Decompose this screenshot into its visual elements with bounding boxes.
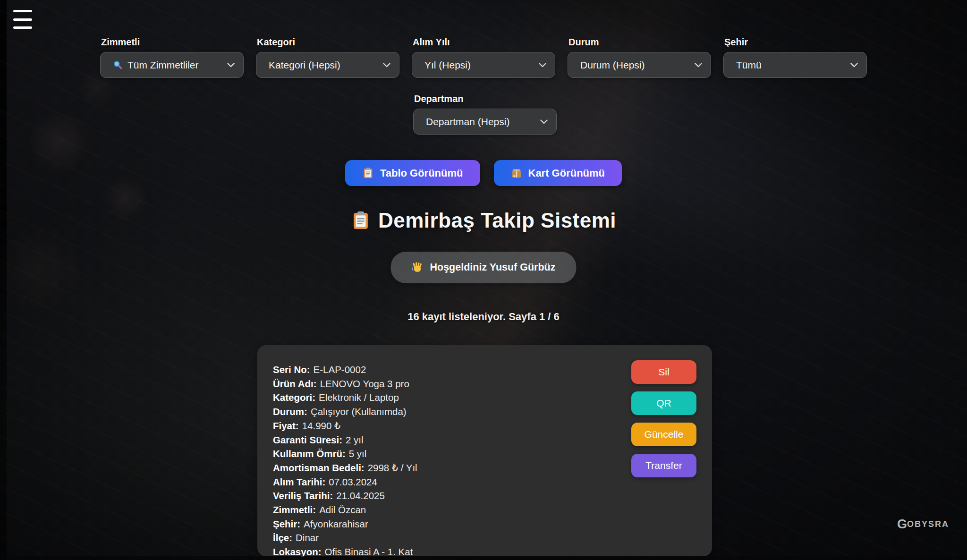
- select-value: Tümü: [736, 59, 762, 71]
- filter-kategori: Kategori Kategori (Hepsi): [256, 37, 399, 78]
- chevron-down-icon: [850, 63, 858, 68]
- filter-label: Şehir: [724, 37, 867, 48]
- field-garanti-suresi: Garanti Süresi:2 yıl: [273, 433, 417, 447]
- filter-select-alim-yili[interactable]: Yıl (Hepsi): [412, 52, 555, 78]
- select-value: Kategori (Hepsi): [269, 59, 340, 71]
- record-count: 16 kayıt listeleniyor. Sayfa 1 / 6: [0, 311, 967, 323]
- qr-button[interactable]: QR: [631, 391, 696, 415]
- delete-button[interactable]: Sil: [631, 360, 696, 384]
- welcome-banner: Hoşgeldiniz Yusuf Gürbüz: [391, 252, 577, 283]
- watermark-text: OBYSRA: [907, 519, 949, 529]
- update-button[interactable]: Güncelle: [631, 423, 696, 446]
- filter-sehir: Şehir Tümü: [723, 37, 867, 78]
- filter-label: Durum: [568, 37, 711, 48]
- field-verilis-tarihi: Veriliş Tarihi:21.04.2025: [273, 489, 417, 503]
- table-view-button[interactable]: Tablo Görünümü: [345, 160, 480, 186]
- field-kategori: Kategori:Elektronik / Laptop: [273, 390, 417, 405]
- page-title: Demirbaş Takip Sistemi: [0, 209, 967, 232]
- hamburger-bar: [13, 26, 32, 29]
- field-seri-no: Seri No:E-LAP-0002: [273, 363, 417, 377]
- select-value-text: Tüm Zimmetliler: [127, 59, 199, 71]
- filter-select-sehir[interactable]: Tümü: [723, 52, 867, 78]
- hamburger-bar: [13, 10, 32, 12]
- package-icon: [511, 168, 522, 179]
- watermark-logo-letter: G: [897, 517, 907, 532]
- filters-row-1: Zimmetli Tüm Zimmetliler Kategori Kate: [100, 37, 867, 78]
- field-sehir: Şehir:Afyonkarahisar: [273, 517, 417, 531]
- obysra-watermark: GOBYSRA: [897, 517, 949, 532]
- filter-select-departman[interactable]: Departman (Hepsi): [413, 109, 557, 135]
- filter-departman: Departman Departman (Hepsi): [413, 93, 557, 135]
- filters-row-2: Departman Departman (Hepsi): [413, 93, 557, 135]
- select-value: Departman (Hepsi): [426, 116, 509, 127]
- field-amortisman-bedeli: Amortisman Bedeli:2998 ₺ / Yıl: [273, 461, 417, 475]
- select-value: Durum (Hepsi): [580, 59, 645, 71]
- card-view-button[interactable]: Kart Görünümü: [494, 160, 622, 186]
- filter-alim-yili: Alım Yılı Yıl (Hepsi): [412, 37, 555, 78]
- select-value: Tüm Zimmetliler: [113, 59, 199, 71]
- filter-durum: Durum Durum (Hepsi): [568, 37, 711, 78]
- app-root: Zimmetli Tüm Zimmetliler Kategori Kate: [0, 0, 967, 560]
- chevron-down-icon: [227, 63, 235, 68]
- select-value-text: Yıl (Hepsi): [424, 59, 471, 71]
- hamburger-menu-button[interactable]: [13, 10, 33, 29]
- field-zimmetli: Zimmetli:Adil Özcan: [273, 503, 417, 517]
- filter-zimmetli: Zimmetli Tüm Zimmetliler: [100, 37, 244, 78]
- card-view-label: Kart Görünümü: [528, 167, 605, 179]
- field-alim-tarihi: Alım Tarihi:07.03.2024: [273, 475, 417, 489]
- field-durum: Durum:Çalışıyor (Kullanımda): [273, 405, 417, 419]
- clipboard-icon: [362, 167, 374, 179]
- clipboard-icon: [351, 211, 371, 230]
- filter-label: Departman: [414, 93, 557, 104]
- table-view-label: Tablo Görünümü: [380, 167, 463, 179]
- asset-fields: Seri No:E-LAP-0002 Ürün Adı:LENOVO Yoga …: [273, 363, 417, 559]
- field-kullanim-omru: Kullanım Ömrü:5 yıl: [273, 447, 417, 461]
- field-lokasyon: Lokasyon:Ofis Binasi A - 1. Kat: [273, 545, 417, 559]
- welcome-text: Hoşgeldiniz Yusuf Gürbüz: [430, 262, 556, 273]
- filter-select-zimmetli[interactable]: Tüm Zimmetliler: [100, 52, 244, 78]
- asset-card: Seri No:E-LAP-0002 Ürün Adı:LENOVO Yoga …: [257, 345, 712, 556]
- select-value-text: Departman (Hepsi): [426, 116, 509, 127]
- filter-select-durum[interactable]: Durum (Hepsi): [568, 52, 711, 78]
- transfer-button[interactable]: Transfer: [631, 454, 696, 477]
- field-urun-adi: Ürün Adı:LENOVO Yoga 3 pro: [273, 377, 417, 391]
- field-fiyat: Fiyat:14.990 ₺: [273, 419, 417, 433]
- select-value-text: Kategori (Hepsi): [269, 59, 340, 71]
- select-value-text: Tümü: [736, 59, 762, 71]
- filter-label: Kategori: [257, 37, 399, 48]
- chevron-down-icon: [383, 63, 390, 68]
- select-value-text: Durum (Hepsi): [580, 59, 645, 71]
- hamburger-bar: [13, 18, 32, 21]
- field-ilce: İlçe:Dinar: [273, 531, 417, 545]
- asset-actions: Sil QR Güncelle Transfer: [631, 360, 696, 477]
- page-title-text: Demirbaş Takip Sistemi: [378, 209, 616, 232]
- select-value: Yıl (Hepsi): [424, 59, 471, 71]
- chevron-down-icon: [695, 63, 702, 68]
- wave-icon: [412, 262, 424, 274]
- filter-label: Zimmetli: [101, 37, 244, 48]
- chevron-down-icon: [540, 119, 548, 124]
- view-switcher: Tablo Görünümü Kart Görünümü: [0, 160, 967, 186]
- chevron-down-icon: [539, 63, 546, 68]
- filter-select-kategori[interactable]: Kategori (Hepsi): [256, 52, 399, 78]
- filter-label: Alım Yılı: [413, 37, 555, 48]
- search-icon: [113, 60, 123, 70]
